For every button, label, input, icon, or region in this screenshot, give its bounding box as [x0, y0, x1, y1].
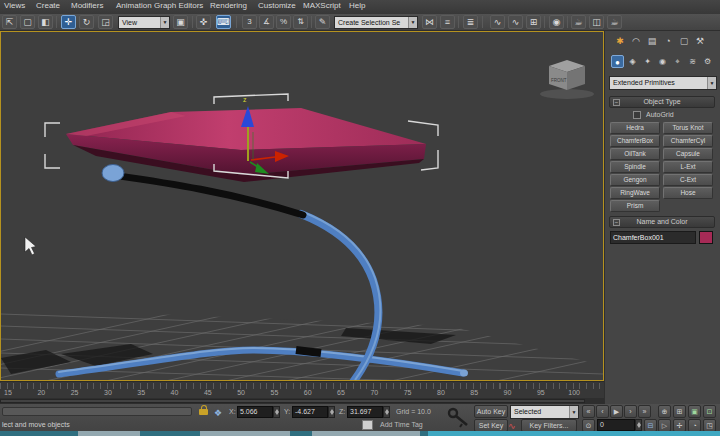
object-color-swatch[interactable]: [699, 231, 713, 244]
taskbar-window-button[interactable]: [200, 431, 290, 436]
named-selection-set-dropdown[interactable]: Create Selection Se ▼: [334, 16, 418, 29]
select-and-link-icon[interactable]: ⇱: [2, 15, 17, 29]
menu-help[interactable]: Help: [349, 1, 365, 10]
keyboard-override-toggle-icon[interactable]: ⌨: [216, 15, 231, 29]
x-spinner[interactable]: [273, 406, 280, 418]
modify-tab-icon[interactable]: ◠: [629, 35, 643, 48]
reference-coordinate-dropdown[interactable]: View ▼: [118, 16, 170, 29]
previous-frame-button[interactable]: ‹: [596, 405, 609, 418]
zoom-all-button[interactable]: ⊞: [673, 405, 686, 418]
go-to-start-button[interactable]: «: [582, 405, 595, 418]
menu-maxscript[interactable]: MAXScript: [303, 1, 341, 10]
c-ext-button[interactable]: C-Ext: [663, 174, 713, 186]
chevron-down-icon[interactable]: ▼: [160, 17, 169, 28]
render-setup-icon[interactable]: ☕: [571, 15, 586, 29]
transform-typein-icon[interactable]: ❖: [214, 408, 222, 418]
spacewarps-category-icon[interactable]: ≋: [686, 55, 699, 68]
time-slider-ruler[interactable]: 1520253035404550556065707580859095100: [0, 381, 604, 398]
taskbar-window-button[interactable]: [312, 431, 420, 436]
menu-customize[interactable]: Customize: [258, 1, 296, 10]
autogrid-checkbox[interactable]: [633, 111, 641, 119]
chevron-down-icon[interactable]: ▼: [408, 17, 417, 28]
collapse-icon[interactable]: −: [613, 99, 620, 106]
perspective-viewport[interactable]: z FRONT: [0, 31, 604, 381]
l-ext-button[interactable]: L-Ext: [663, 161, 713, 173]
go-to-end-button[interactable]: »: [638, 405, 651, 418]
menu-graph-editors[interactable]: Graph Editors: [154, 1, 203, 10]
systems-category-icon[interactable]: ⚙: [701, 55, 714, 68]
z-coord-field[interactable]: 31.697: [347, 406, 383, 418]
z-spinner[interactable]: [383, 406, 390, 418]
utilities-tab-icon[interactable]: ⚒: [693, 35, 707, 48]
viewcube[interactable]: FRONT: [540, 60, 594, 99]
chamferbox-button[interactable]: ChamferBox: [610, 135, 660, 147]
y-coord-field[interactable]: -4.627: [292, 406, 328, 418]
align-icon[interactable]: ≡: [440, 15, 455, 29]
select-and-move-icon[interactable]: ✛: [61, 15, 76, 29]
gengon-button[interactable]: Gengon: [610, 174, 660, 186]
name-and-color-rollout[interactable]: − Name and Color: [609, 216, 715, 228]
window-crossing-icon[interactable]: ◧: [38, 15, 53, 29]
maxscript-mini-listener[interactable]: [2, 407, 192, 416]
angle-snap-toggle-icon[interactable]: ∡: [259, 15, 274, 29]
snap-toggle-3d-icon[interactable]: 3: [242, 15, 257, 29]
create-tab-icon[interactable]: ✱: [613, 35, 627, 48]
frame-spinner[interactable]: [635, 419, 642, 431]
shapes-category-icon[interactable]: ◈: [626, 55, 639, 68]
menu-animation[interactable]: Animation: [116, 1, 152, 10]
helpers-category-icon[interactable]: ⌖: [671, 55, 684, 68]
select-and-scale-icon[interactable]: ◲: [98, 15, 113, 29]
chevron-down-icon[interactable]: ▼: [569, 406, 578, 418]
object-name-field[interactable]: ChamferBox001: [610, 231, 696, 244]
hierarchy-tab-icon[interactable]: ▤: [645, 35, 659, 48]
selection-lock-icon[interactable]: [199, 409, 208, 415]
key-filter-curve-icon[interactable]: ∿: [508, 421, 516, 431]
ringwave-button[interactable]: RingWave: [610, 187, 660, 199]
use-pivot-center-icon[interactable]: ▣: [173, 15, 188, 29]
spinner-snap-toggle-icon[interactable]: ⇅: [293, 15, 308, 29]
collapse-icon[interactable]: −: [613, 219, 620, 226]
zoom-tool-button[interactable]: ⊕: [658, 405, 671, 418]
rectangular-selection-region-icon[interactable]: ▢: [20, 15, 35, 29]
menu-modifiers[interactable]: Modifiers: [71, 1, 103, 10]
rendered-frame-window-icon[interactable]: ◫: [589, 15, 604, 29]
selection-set-filter-dropdown[interactable]: Selected ▼: [510, 405, 579, 419]
spindle-button[interactable]: Spindle: [610, 161, 660, 173]
chamfercyl-button[interactable]: ChamferCyl: [663, 135, 713, 147]
x-coord-field[interactable]: 5.066: [237, 406, 273, 418]
material-editor-icon[interactable]: ◉: [549, 15, 564, 29]
display-tab-icon[interactable]: ▢: [677, 35, 691, 48]
torus-knot-button[interactable]: Torus Knot: [663, 122, 713, 134]
y-spinner[interactable]: [328, 406, 335, 418]
current-frame-field[interactable]: 0: [597, 419, 635, 431]
select-and-manipulate-icon[interactable]: ✜: [196, 15, 211, 29]
render-production-icon[interactable]: ☕: [607, 15, 622, 29]
lights-category-icon[interactable]: ✦: [641, 55, 654, 68]
mirror-icon[interactable]: ⋈: [422, 15, 437, 29]
zoom-extents-button[interactable]: ▣: [688, 405, 701, 418]
primitive-category-dropdown[interactable]: Extended Primitives ▼: [609, 76, 717, 90]
taskbar-window-button[interactable]: [78, 431, 140, 436]
next-frame-button[interactable]: ›: [624, 405, 637, 418]
layer-manager-icon[interactable]: ≣: [463, 15, 478, 29]
edit-named-selection-sets-icon[interactable]: ✎: [315, 15, 330, 29]
graph-editors-icon[interactable]: ∿: [490, 15, 505, 29]
set-keys-key-icon[interactable]: [447, 406, 471, 430]
prism-button[interactable]: Prism: [610, 200, 660, 212]
add-time-tag[interactable]: Add Time Tag: [380, 421, 423, 428]
schematic-view-icon[interactable]: ⊞: [526, 15, 541, 29]
object-type-rollout[interactable]: − Object Type: [609, 96, 715, 108]
auto-key-button[interactable]: Auto Key: [474, 405, 508, 418]
chevron-down-icon[interactable]: ▼: [707, 77, 716, 89]
select-and-rotate-icon[interactable]: ↻: [79, 15, 94, 29]
hedra-button[interactable]: Hedra: [610, 122, 660, 134]
zoom-extents-all-button[interactable]: ⊡: [703, 405, 716, 418]
geometry-category-icon[interactable]: ●: [611, 55, 624, 68]
tube-cap[interactable]: [102, 165, 124, 182]
hose-button[interactable]: Hose: [663, 187, 713, 199]
curve-editor-icon[interactable]: ∿: [508, 15, 523, 29]
cameras-category-icon[interactable]: ◉: [656, 55, 669, 68]
menu-views[interactable]: Views: [4, 1, 25, 10]
viewcube-compass[interactable]: [540, 89, 594, 99]
menu-create[interactable]: Create: [36, 1, 60, 10]
